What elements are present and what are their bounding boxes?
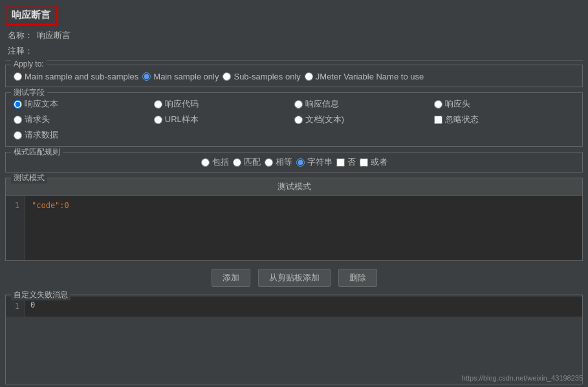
apply-main-sub[interactable]: Main sample and sub-samples	[14, 72, 138, 81]
name-value: 响应断言	[37, 30, 71, 41]
apply-main-sub-label: Main sample and sub-samples	[25, 72, 138, 81]
pattern-include-label: 包括	[212, 156, 229, 168]
field-document[interactable]: 文档(文本)	[294, 114, 435, 125]
pattern-or-label: 或者	[371, 156, 387, 168]
pattern-match-label: 匹配	[244, 156, 261, 168]
pattern-or[interactable]: 或者	[360, 156, 387, 168]
pattern-matching-legend: 模式匹配规则	[11, 147, 63, 158]
field-response-code-label: 响应代码	[165, 98, 199, 110]
custom-fail-input[interactable]: 0	[25, 297, 582, 317]
apply-jmeter-var-label: JMeter Variable Name to use	[316, 72, 424, 81]
field-request-header[interactable]: 请求头	[14, 114, 154, 125]
pattern-include[interactable]: 包括	[201, 156, 229, 168]
custom-fail-legend: 自定义失败消息	[11, 289, 71, 300]
field-request-data[interactable]: 请求数据	[14, 129, 154, 141]
pattern-not-checkbox[interactable]	[336, 158, 345, 167]
apply-sub-only[interactable]: Sub-samples only	[223, 72, 300, 81]
pattern-not-label: 否	[347, 156, 356, 168]
field-response-code-radio[interactable]	[154, 100, 162, 109]
field-request-header-label: 请求头	[25, 114, 50, 125]
test-mode-header: 测试模式	[6, 178, 582, 196]
field-response-header-label: 响应头	[445, 98, 470, 110]
line-numbers: 1	[6, 196, 25, 260]
test-fields-grid: 响应文本 响应代码 响应信息 响应头 请求头 URL样本	[6, 93, 582, 146]
field-response-info-radio[interactable]	[294, 100, 303, 109]
field-ignore-status[interactable]: 忽略状态	[434, 114, 574, 125]
field-request-header-radio[interactable]	[14, 116, 22, 124]
code-text: "code":0	[32, 201, 69, 210]
name-label: 名称：	[8, 30, 33, 41]
field-ignore-status-label: 忽略状态	[445, 114, 479, 125]
test-mode-legend: 测试模式	[11, 173, 47, 183]
field-request-data-radio[interactable]	[14, 131, 22, 140]
apply-main-only-label: Main sample only	[153, 72, 219, 81]
field-url-label: URL样本	[165, 114, 199, 125]
main-container: 响应断言 名称： 响应断言 注释： Apply to: Main sample …	[0, 0, 588, 387]
watermark: https://blog.csdn.net/weixin_43198235	[462, 374, 583, 382]
pattern-match-radio[interactable]	[233, 158, 241, 167]
apply-to-group: Apply to: Main sample and sub-samples Ma…	[5, 65, 583, 87]
field-document-label: 文档(文本)	[305, 114, 345, 125]
page-title: 响应断言	[12, 9, 50, 20]
field-url[interactable]: URL样本	[154, 114, 294, 125]
pattern-equal-label: 相等	[276, 156, 292, 168]
field-response-info[interactable]: 响应信息	[294, 98, 435, 110]
pattern-string[interactable]: 字符串	[296, 156, 332, 168]
field-ignore-status-checkbox[interactable]	[434, 116, 442, 124]
apply-to-legend: Apply to:	[11, 59, 47, 68]
pattern-or-checkbox[interactable]	[360, 158, 368, 167]
code-area: 1 "code":0	[6, 196, 582, 260]
pattern-string-radio[interactable]	[296, 158, 305, 167]
pattern-matching-group: 模式匹配规则 包括 匹配 相等 字符串 否	[5, 152, 583, 173]
test-fields-group: 测试字段 响应文本 响应代码 响应信息 响应头 请求头	[5, 92, 583, 147]
test-fields-legend: 测试字段	[11, 87, 47, 98]
custom-fail-value: 0	[30, 300, 35, 309]
apply-main-only-radio[interactable]	[142, 72, 151, 81]
field-url-radio[interactable]	[154, 116, 162, 124]
apply-sub-only-label: Sub-samples only	[234, 72, 300, 81]
apply-jmeter-var-radio[interactable]	[305, 72, 313, 81]
comment-label: 注释：	[8, 45, 33, 57]
pattern-equal-radio[interactable]	[265, 158, 273, 167]
button-row: 添加 从剪贴板添加 删除	[0, 264, 588, 292]
pattern-row: 包括 匹配 相等 字符串 否 或者	[6, 152, 582, 172]
field-response-text-radio[interactable]	[14, 100, 22, 109]
pattern-not[interactable]: 否	[336, 156, 356, 168]
apply-to-radio-row: Main sample and sub-samples Main sample …	[14, 72, 574, 81]
title-bar: 响应断言	[5, 5, 57, 25]
apply-jmeter-var[interactable]: JMeter Variable Name to use	[305, 72, 424, 81]
name-row: 名称： 响应断言	[0, 28, 588, 43]
custom-fail-group: 自定义失败消息 1 0	[5, 295, 583, 384]
line-number-1: 1	[11, 200, 19, 212]
paste-button[interactable]: 从剪贴板添加	[258, 269, 331, 287]
field-response-header[interactable]: 响应头	[434, 98, 574, 110]
apply-main-sub-radio[interactable]	[14, 72, 22, 81]
field-request-data-label: 请求数据	[25, 129, 58, 141]
add-button[interactable]: 添加	[212, 269, 250, 287]
field-response-text[interactable]: 响应文本	[14, 98, 154, 110]
pattern-match[interactable]: 匹配	[233, 156, 261, 168]
apply-to-content: Main sample and sub-samples Main sample …	[6, 65, 582, 87]
field-document-radio[interactable]	[294, 116, 303, 124]
delete-button[interactable]: 删除	[338, 269, 377, 287]
field-response-info-label: 响应信息	[305, 98, 339, 110]
apply-main-only[interactable]: Main sample only	[142, 72, 219, 81]
code-content[interactable]: "code":0	[25, 196, 582, 260]
test-mode-group: 测试模式 测试模式 1 "code":0	[5, 178, 583, 261]
field-response-code[interactable]: 响应代码	[154, 98, 294, 110]
field-response-header-radio[interactable]	[434, 100, 442, 109]
apply-sub-only-radio[interactable]	[223, 72, 231, 81]
comment-row: 注释：	[0, 43, 588, 59]
pattern-include-radio[interactable]	[201, 158, 210, 167]
custom-fail-content: 1 0	[6, 297, 582, 317]
pattern-equal[interactable]: 相等	[265, 156, 292, 168]
field-response-text-label: 响应文本	[25, 98, 58, 110]
separator-1	[5, 60, 583, 61]
pattern-string-label: 字符串	[307, 156, 332, 168]
custom-fail-line-1: 1	[11, 300, 19, 313]
